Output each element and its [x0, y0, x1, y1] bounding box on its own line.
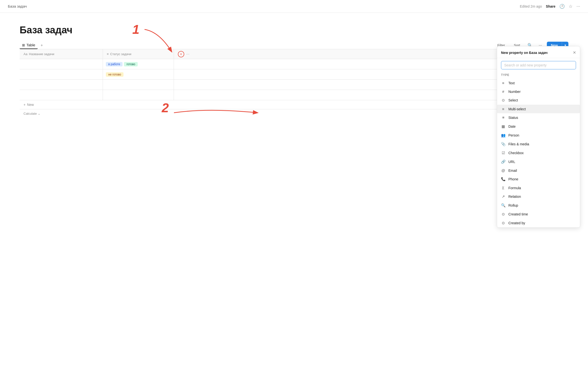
- type-label-files: Files & media: [508, 142, 529, 146]
- table-row: [20, 90, 568, 100]
- col-status-icon: ≡: [107, 52, 109, 56]
- tag-done: готово: [124, 62, 137, 66]
- email-icon: @: [501, 168, 505, 173]
- cell-name-1[interactable]: [20, 59, 103, 69]
- col-name-icon: Аа: [24, 52, 27, 56]
- type-label-multiselect: Multi-select: [508, 107, 526, 111]
- cell-status-1[interactable]: в работе готово: [103, 59, 174, 69]
- date-icon: ▦: [501, 124, 505, 129]
- calculate-label: Calculate ⌄: [24, 112, 40, 115]
- type-item-select[interactable]: ⊙ Select: [497, 96, 580, 105]
- status-icon: ✳: [501, 115, 505, 120]
- panel-close-button[interactable]: ✕: [573, 50, 576, 55]
- type-label-created-time: Created time: [508, 212, 528, 216]
- cell-name-2[interactable]: [20, 69, 103, 79]
- type-item-relation[interactable]: ↗ Relation: [497, 192, 580, 201]
- created-by-icon: ⊙: [501, 221, 505, 225]
- url-icon: 🔗: [501, 160, 505, 164]
- new-property-panel: New property on База задач ✕ Type ≡ Text…: [497, 46, 580, 228]
- files-icon: 📎: [501, 142, 505, 146]
- tag-not-done: не готово: [106, 72, 123, 77]
- rollup-icon: 🔍: [501, 203, 505, 208]
- table-tab-label: Table: [26, 43, 35, 47]
- app-title: База задач: [8, 4, 27, 8]
- type-item-person[interactable]: 👥 Person: [497, 131, 580, 140]
- cell-status-3[interactable]: [103, 80, 174, 90]
- cell-name-3[interactable]: [20, 80, 103, 90]
- type-label-url: URL: [508, 160, 515, 164]
- toolbar: ⊞ Table + Filter Sort 🔍 ··· New ▾: [20, 41, 568, 49]
- column-more-button[interactable]: ···: [186, 52, 189, 56]
- type-list: ≡ Text # Number ⊙ Select ≡ Multi-select …: [497, 79, 580, 227]
- created-time-icon: ⊙: [501, 212, 505, 216]
- table-row: в работе готово: [20, 59, 568, 69]
- cell-name-4[interactable]: [20, 90, 103, 100]
- clock-icon[interactable]: 🕐: [559, 4, 565, 9]
- type-label-formula: Formula: [508, 186, 521, 190]
- number-icon: #: [501, 89, 505, 94]
- toolbar-left: ⊞ Table +: [20, 41, 45, 49]
- formula-icon: Σ: [501, 186, 505, 190]
- table: Аа Название задачи ≡ Статус задачи + ···…: [20, 49, 568, 118]
- type-item-created-time[interactable]: ⊙ Created time: [497, 210, 580, 219]
- top-nav: База задач Edited 2m ago Share 🕐 ☆ ···: [0, 0, 588, 13]
- type-item-url[interactable]: 🔗 URL: [497, 157, 580, 166]
- type-label-created-by: Created by: [508, 221, 525, 225]
- type-item-number[interactable]: # Number: [497, 87, 580, 96]
- type-item-status[interactable]: ✳ Status: [497, 113, 580, 122]
- type-label: Type: [497, 72, 580, 79]
- type-label-checkbox: Checkbox: [508, 151, 524, 155]
- column-status[interactable]: ≡ Статус задачи: [103, 49, 174, 59]
- search-input[interactable]: [501, 61, 576, 69]
- column-add: + ···: [174, 49, 194, 59]
- type-label-select: Select: [508, 98, 518, 102]
- cell-status-2[interactable]: не готово: [103, 69, 174, 79]
- table-tab[interactable]: ⊞ Table: [20, 41, 38, 49]
- type-label-number: Number: [508, 90, 521, 94]
- new-row-button[interactable]: + New: [20, 100, 568, 109]
- type-item-created-by[interactable]: ⊙ Created by: [497, 219, 580, 227]
- tag-in-progress: в работе: [106, 62, 122, 66]
- table-tab-icon: ⊞: [22, 43, 25, 47]
- person-icon: 👥: [501, 133, 505, 137]
- type-label-person: Person: [508, 133, 519, 137]
- column-name[interactable]: Аа Название задачи: [20, 49, 103, 59]
- cell-status-4[interactable]: [103, 90, 174, 100]
- edited-time: Edited 2m ago: [520, 4, 542, 8]
- table-header: Аа Название задачи ≡ Статус задачи + ···: [20, 49, 568, 59]
- calculate-button[interactable]: Calculate ⌄: [20, 109, 568, 118]
- phone-icon: 📞: [501, 177, 505, 181]
- relation-icon: ↗: [501, 194, 505, 199]
- type-item-phone[interactable]: 📞 Phone: [497, 175, 580, 184]
- nav-right: Edited 2m ago Share 🕐 ☆ ···: [520, 4, 580, 9]
- add-column-button[interactable]: +: [178, 51, 184, 57]
- type-label-status: Status: [508, 116, 518, 120]
- col-name-label: Название задачи: [29, 52, 54, 56]
- text-icon: ≡: [501, 81, 505, 85]
- more-icon[interactable]: ···: [576, 4, 580, 9]
- panel-search: [497, 58, 580, 72]
- new-row-label: New: [27, 103, 34, 107]
- type-item-date[interactable]: ▦ Date: [497, 122, 580, 131]
- type-item-rollup[interactable]: 🔍 Rollup: [497, 201, 580, 210]
- type-label-email: Email: [508, 169, 517, 173]
- table-row: [20, 80, 568, 90]
- type-label-date: Date: [508, 125, 516, 128]
- type-label-phone: Phone: [508, 177, 518, 181]
- share-button[interactable]: Share: [546, 4, 555, 8]
- star-icon[interactable]: ☆: [569, 4, 573, 9]
- add-view-button[interactable]: +: [39, 42, 45, 49]
- type-item-formula[interactable]: Σ Formula: [497, 184, 580, 192]
- panel-title: New property on База задач: [501, 51, 548, 55]
- col-status-label: Статус задачи: [110, 52, 131, 56]
- type-item-files[interactable]: 📎 Files & media: [497, 140, 580, 149]
- multiselect-icon: ≡: [501, 107, 505, 111]
- type-item-email[interactable]: @ Email: [497, 166, 580, 175]
- table-row: не готово: [20, 69, 568, 80]
- type-item-checkbox[interactable]: ☑ Checkbox: [497, 149, 580, 157]
- checkbox-icon: ☑: [501, 151, 505, 155]
- panel-header: New property on База задач ✕: [497, 46, 580, 58]
- select-icon: ⊙: [501, 98, 505, 102]
- type-item-multiselect[interactable]: ≡ Multi-select: [497, 105, 580, 113]
- type-item-text[interactable]: ≡ Text: [497, 79, 580, 87]
